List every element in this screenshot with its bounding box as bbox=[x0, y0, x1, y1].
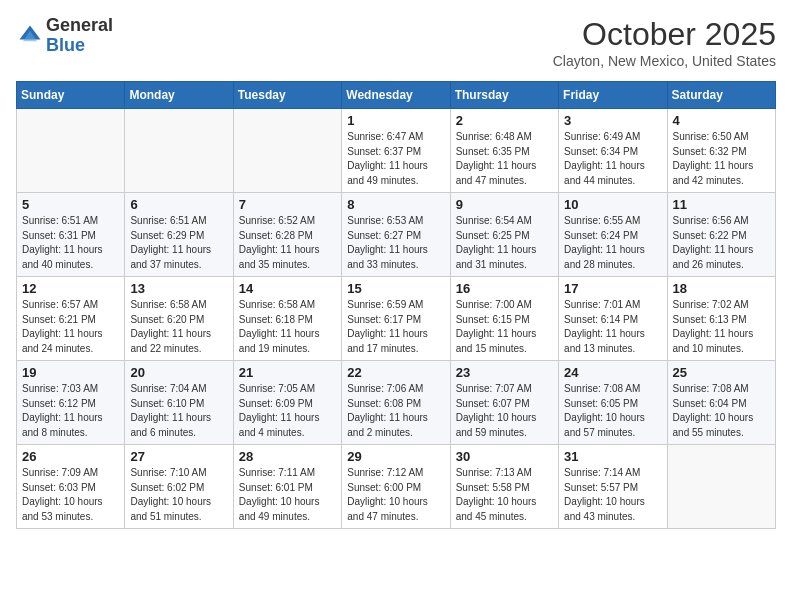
logo-general-text: General bbox=[46, 16, 113, 36]
day-number: 2 bbox=[456, 113, 553, 128]
calendar-header-row: SundayMondayTuesdayWednesdayThursdayFrid… bbox=[17, 82, 776, 109]
calendar-cell: 11Sunrise: 6:56 AM Sunset: 6:22 PM Dayli… bbox=[667, 193, 775, 277]
day-info: Sunrise: 7:02 AM Sunset: 6:13 PM Dayligh… bbox=[673, 298, 770, 356]
day-number: 30 bbox=[456, 449, 553, 464]
day-info: Sunrise: 7:12 AM Sunset: 6:00 PM Dayligh… bbox=[347, 466, 444, 524]
col-header-friday: Friday bbox=[559, 82, 667, 109]
calendar-week-row: 5Sunrise: 6:51 AM Sunset: 6:31 PM Daylig… bbox=[17, 193, 776, 277]
calendar-cell bbox=[667, 445, 775, 529]
day-info: Sunrise: 7:08 AM Sunset: 6:04 PM Dayligh… bbox=[673, 382, 770, 440]
day-number: 9 bbox=[456, 197, 553, 212]
calendar-cell bbox=[233, 109, 341, 193]
logo-icon bbox=[16, 22, 44, 50]
day-number: 19 bbox=[22, 365, 119, 380]
calendar-cell: 4Sunrise: 6:50 AM Sunset: 6:32 PM Daylig… bbox=[667, 109, 775, 193]
day-number: 3 bbox=[564, 113, 661, 128]
calendar-cell: 19Sunrise: 7:03 AM Sunset: 6:12 PM Dayli… bbox=[17, 361, 125, 445]
calendar-cell: 31Sunrise: 7:14 AM Sunset: 5:57 PM Dayli… bbox=[559, 445, 667, 529]
day-number: 15 bbox=[347, 281, 444, 296]
calendar-cell: 28Sunrise: 7:11 AM Sunset: 6:01 PM Dayli… bbox=[233, 445, 341, 529]
day-number: 13 bbox=[130, 281, 227, 296]
col-header-sunday: Sunday bbox=[17, 82, 125, 109]
day-info: Sunrise: 6:58 AM Sunset: 6:20 PM Dayligh… bbox=[130, 298, 227, 356]
calendar-cell: 5Sunrise: 6:51 AM Sunset: 6:31 PM Daylig… bbox=[17, 193, 125, 277]
calendar-cell: 17Sunrise: 7:01 AM Sunset: 6:14 PM Dayli… bbox=[559, 277, 667, 361]
calendar-cell: 15Sunrise: 6:59 AM Sunset: 6:17 PM Dayli… bbox=[342, 277, 450, 361]
day-number: 16 bbox=[456, 281, 553, 296]
calendar-cell: 22Sunrise: 7:06 AM Sunset: 6:08 PM Dayli… bbox=[342, 361, 450, 445]
day-info: Sunrise: 6:58 AM Sunset: 6:18 PM Dayligh… bbox=[239, 298, 336, 356]
day-info: Sunrise: 6:51 AM Sunset: 6:29 PM Dayligh… bbox=[130, 214, 227, 272]
day-number: 14 bbox=[239, 281, 336, 296]
calendar-week-row: 26Sunrise: 7:09 AM Sunset: 6:03 PM Dayli… bbox=[17, 445, 776, 529]
calendar-cell: 7Sunrise: 6:52 AM Sunset: 6:28 PM Daylig… bbox=[233, 193, 341, 277]
calendar-cell: 6Sunrise: 6:51 AM Sunset: 6:29 PM Daylig… bbox=[125, 193, 233, 277]
col-header-monday: Monday bbox=[125, 82, 233, 109]
col-header-wednesday: Wednesday bbox=[342, 82, 450, 109]
day-info: Sunrise: 7:14 AM Sunset: 5:57 PM Dayligh… bbox=[564, 466, 661, 524]
calendar-cell: 8Sunrise: 6:53 AM Sunset: 6:27 PM Daylig… bbox=[342, 193, 450, 277]
day-number: 7 bbox=[239, 197, 336, 212]
day-number: 8 bbox=[347, 197, 444, 212]
day-number: 26 bbox=[22, 449, 119, 464]
day-number: 18 bbox=[673, 281, 770, 296]
day-number: 31 bbox=[564, 449, 661, 464]
month-title: October 2025 bbox=[553, 16, 776, 53]
day-number: 29 bbox=[347, 449, 444, 464]
calendar-cell: 12Sunrise: 6:57 AM Sunset: 6:21 PM Dayli… bbox=[17, 277, 125, 361]
day-info: Sunrise: 6:47 AM Sunset: 6:37 PM Dayligh… bbox=[347, 130, 444, 188]
day-info: Sunrise: 7:09 AM Sunset: 6:03 PM Dayligh… bbox=[22, 466, 119, 524]
day-info: Sunrise: 6:56 AM Sunset: 6:22 PM Dayligh… bbox=[673, 214, 770, 272]
logo-blue-text: Blue bbox=[46, 36, 113, 56]
day-info: Sunrise: 6:59 AM Sunset: 6:17 PM Dayligh… bbox=[347, 298, 444, 356]
calendar-cell: 14Sunrise: 6:58 AM Sunset: 6:18 PM Dayli… bbox=[233, 277, 341, 361]
calendar-cell: 29Sunrise: 7:12 AM Sunset: 6:00 PM Dayli… bbox=[342, 445, 450, 529]
day-info: Sunrise: 7:07 AM Sunset: 6:07 PM Dayligh… bbox=[456, 382, 553, 440]
calendar-cell: 30Sunrise: 7:13 AM Sunset: 5:58 PM Dayli… bbox=[450, 445, 558, 529]
day-number: 1 bbox=[347, 113, 444, 128]
col-header-saturday: Saturday bbox=[667, 82, 775, 109]
day-info: Sunrise: 6:48 AM Sunset: 6:35 PM Dayligh… bbox=[456, 130, 553, 188]
day-number: 24 bbox=[564, 365, 661, 380]
location: Clayton, New Mexico, United States bbox=[553, 53, 776, 69]
day-info: Sunrise: 7:05 AM Sunset: 6:09 PM Dayligh… bbox=[239, 382, 336, 440]
day-info: Sunrise: 7:04 AM Sunset: 6:10 PM Dayligh… bbox=[130, 382, 227, 440]
day-number: 4 bbox=[673, 113, 770, 128]
calendar-cell: 25Sunrise: 7:08 AM Sunset: 6:04 PM Dayli… bbox=[667, 361, 775, 445]
day-info: Sunrise: 7:08 AM Sunset: 6:05 PM Dayligh… bbox=[564, 382, 661, 440]
day-number: 22 bbox=[347, 365, 444, 380]
day-number: 12 bbox=[22, 281, 119, 296]
calendar-cell: 20Sunrise: 7:04 AM Sunset: 6:10 PM Dayli… bbox=[125, 361, 233, 445]
day-number: 21 bbox=[239, 365, 336, 380]
day-info: Sunrise: 7:13 AM Sunset: 5:58 PM Dayligh… bbox=[456, 466, 553, 524]
day-info: Sunrise: 6:55 AM Sunset: 6:24 PM Dayligh… bbox=[564, 214, 661, 272]
page-header: General Blue October 2025 Clayton, New M… bbox=[16, 16, 776, 69]
day-number: 27 bbox=[130, 449, 227, 464]
calendar-cell: 21Sunrise: 7:05 AM Sunset: 6:09 PM Dayli… bbox=[233, 361, 341, 445]
calendar-cell: 3Sunrise: 6:49 AM Sunset: 6:34 PM Daylig… bbox=[559, 109, 667, 193]
day-number: 10 bbox=[564, 197, 661, 212]
calendar-week-row: 19Sunrise: 7:03 AM Sunset: 6:12 PM Dayli… bbox=[17, 361, 776, 445]
day-number: 20 bbox=[130, 365, 227, 380]
day-info: Sunrise: 7:01 AM Sunset: 6:14 PM Dayligh… bbox=[564, 298, 661, 356]
calendar-cell: 1Sunrise: 6:47 AM Sunset: 6:37 PM Daylig… bbox=[342, 109, 450, 193]
day-number: 5 bbox=[22, 197, 119, 212]
day-info: Sunrise: 7:10 AM Sunset: 6:02 PM Dayligh… bbox=[130, 466, 227, 524]
calendar-cell: 27Sunrise: 7:10 AM Sunset: 6:02 PM Dayli… bbox=[125, 445, 233, 529]
calendar-cell bbox=[125, 109, 233, 193]
day-info: Sunrise: 6:49 AM Sunset: 6:34 PM Dayligh… bbox=[564, 130, 661, 188]
day-info: Sunrise: 7:06 AM Sunset: 6:08 PM Dayligh… bbox=[347, 382, 444, 440]
day-number: 17 bbox=[564, 281, 661, 296]
calendar-week-row: 1Sunrise: 6:47 AM Sunset: 6:37 PM Daylig… bbox=[17, 109, 776, 193]
day-info: Sunrise: 6:54 AM Sunset: 6:25 PM Dayligh… bbox=[456, 214, 553, 272]
day-number: 6 bbox=[130, 197, 227, 212]
day-info: Sunrise: 6:51 AM Sunset: 6:31 PM Dayligh… bbox=[22, 214, 119, 272]
calendar-week-row: 12Sunrise: 6:57 AM Sunset: 6:21 PM Dayli… bbox=[17, 277, 776, 361]
calendar-cell: 18Sunrise: 7:02 AM Sunset: 6:13 PM Dayli… bbox=[667, 277, 775, 361]
calendar-cell: 10Sunrise: 6:55 AM Sunset: 6:24 PM Dayli… bbox=[559, 193, 667, 277]
day-info: Sunrise: 6:50 AM Sunset: 6:32 PM Dayligh… bbox=[673, 130, 770, 188]
calendar-cell: 26Sunrise: 7:09 AM Sunset: 6:03 PM Dayli… bbox=[17, 445, 125, 529]
day-info: Sunrise: 7:03 AM Sunset: 6:12 PM Dayligh… bbox=[22, 382, 119, 440]
calendar-cell: 13Sunrise: 6:58 AM Sunset: 6:20 PM Dayli… bbox=[125, 277, 233, 361]
calendar-cell: 24Sunrise: 7:08 AM Sunset: 6:05 PM Dayli… bbox=[559, 361, 667, 445]
